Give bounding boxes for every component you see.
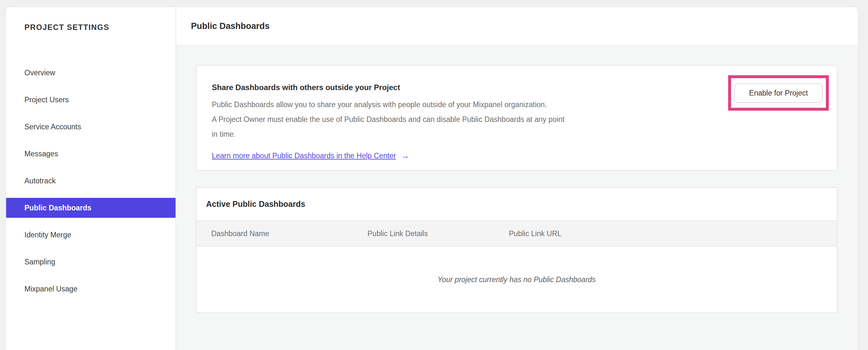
main-area: Public Dashboards Share Dashboards with … [176,7,858,350]
sidebar-item-messages[interactable]: Messages [6,144,176,164]
active-dashboards-card: Active Public Dashboards Dashboard NameP… [196,187,837,313]
sidebar-item-autotrack[interactable]: Autotrack [6,171,176,191]
share-card-description-line: A Project Owner must enable the use of P… [212,112,837,127]
empty-state-message: Your project currently has no Public Das… [196,247,837,312]
column-header-public-link-details: Public Link Details [368,229,509,238]
sidebar-item-service-accounts[interactable]: Service Accounts [6,117,176,137]
active-card-title-row: Active Public Dashboards [196,188,837,221]
share-dashboards-card: Share Dashboards with others outside you… [196,65,837,171]
column-header-dashboard-name: Dashboard Name [211,229,368,238]
dashboards-table-header: Dashboard NamePublic Link DetailsPublic … [196,221,837,247]
help-center-link-row: Learn more about Public Dashboards in th… [212,151,837,161]
annotation-highlight: Enable for Project [728,75,829,111]
column-header-public-link-url: Public Link URL [509,229,837,238]
active-card-title: Active Public Dashboards [206,200,305,209]
arrow-right-icon: → [401,151,409,161]
sidebar-item-public-dashboards[interactable]: Public Dashboards [6,198,176,218]
sidebar-nav: OverviewProject UsersService AccountsMes… [6,63,176,299]
help-center-link[interactable]: Learn more about Public Dashboards in th… [212,151,396,160]
page-title: Public Dashboards [191,21,270,31]
sidebar-title: PROJECT SETTINGS [25,22,176,33]
sidebar-item-overview[interactable]: Overview [6,63,176,83]
sidebar-item-identity-merge[interactable]: Identity Merge [6,225,176,245]
settings-panel: PROJECT SETTINGS OverviewProject UsersSe… [6,7,858,350]
share-card-description-line: in time. [212,127,837,142]
sidebar-item-mixpanel-usage[interactable]: Mixpanel Usage [6,279,176,299]
content-area: Share Dashboards with others outside you… [176,46,858,313]
enable-for-project-button[interactable]: Enable for Project [734,83,823,103]
project-settings-sidebar: PROJECT SETTINGS OverviewProject UsersSe… [6,7,176,350]
sidebar-item-project-users[interactable]: Project Users [6,90,176,110]
sidebar-item-sampling[interactable]: Sampling [6,252,176,272]
page-header: Public Dashboards [176,7,858,46]
